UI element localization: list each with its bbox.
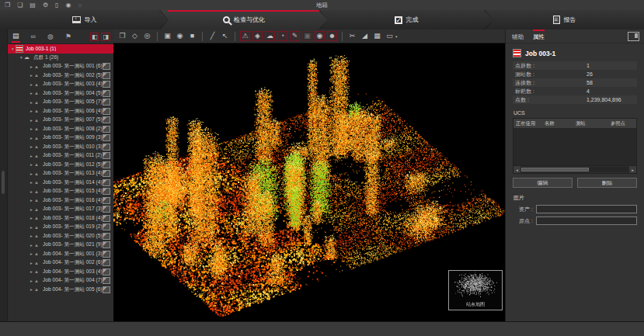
photo-thumbnail-icon[interactable] (103, 268, 110, 275)
expand-arrow-icon[interactable]: ▸ (29, 198, 34, 203)
expand-arrow-icon[interactable]: ▸ (29, 82, 34, 87)
cube-view-icon[interactable]: ■ (187, 31, 197, 41)
photo-thumbnail-icon[interactable] (103, 126, 110, 133)
photo-thumbnail-icon[interactable] (103, 206, 110, 213)
expand-arrow-icon[interactable]: ▸ (29, 64, 34, 69)
photo-thumbnail-icon[interactable] (103, 72, 110, 79)
tree-row-station[interactable]: ▸▲Job 003- 第一测站 010 (3) (8, 143, 113, 152)
scroll-left-icon[interactable]: ◂ (513, 166, 520, 173)
expand-arrow-icon[interactable]: ▸ (29, 287, 34, 292)
photo-thumbnail-icon[interactable] (103, 251, 110, 258)
expand-arrow-icon[interactable]: ▸ (29, 269, 34, 274)
photo-thumbnail-icon[interactable] (103, 179, 110, 186)
tree-row-station[interactable]: ▸▲Job 003- 第一测站 006 (4) (8, 107, 113, 116)
workflow-step-report[interactable]: 报告 (485, 10, 644, 29)
pick-point-icon[interactable]: ↖ (220, 31, 230, 41)
expand-arrow-icon[interactable]: ▸ (29, 144, 34, 149)
point-cloud-viewport[interactable]: 站点地图 (113, 43, 505, 321)
photo-thumbnail-icon[interactable] (103, 223, 110, 230)
expand-arrow-icon[interactable]: ▸ (29, 243, 34, 248)
expand-arrow-icon[interactable]: ▸ (29, 100, 34, 105)
asset-input[interactable] (536, 205, 637, 213)
expand-arrow-icon[interactable]: ▾ (10, 47, 16, 51)
expand-arrow-icon[interactable]: ▸ (29, 91, 34, 95)
measure-icon[interactable]: ╱ (207, 31, 218, 41)
tree-row-job-root[interactable]: ▾Job 003-1 (1) (8, 44, 113, 54)
scrollbar-track[interactable] (520, 167, 629, 172)
photo-thumbnail-icon[interactable] (103, 188, 110, 195)
tree-row-station[interactable]: ▸▲Job 003- 第一测站 018 (4) (8, 214, 113, 223)
filter-images-icon[interactable]: ◨ (101, 33, 110, 41)
photo-thumbnail-icon[interactable] (103, 152, 110, 159)
photo-thumbnail-icon[interactable] (103, 144, 110, 151)
expand-arrow-icon[interactable]: ▸ (29, 225, 34, 230)
expand-arrow-icon[interactable]: ▸ (29, 234, 34, 238)
resize-icon[interactable]: ◢ (360, 31, 370, 41)
expand-arrow-icon[interactable]: ▸ (29, 261, 34, 265)
tree-row-station[interactable]: ▸▲Job 003- 第一测站 020 (5) (8, 232, 113, 241)
filter-stations-icon[interactable]: ◧ (90, 33, 99, 41)
tree-row-station[interactable]: ▸▲Job 003- 第一测站 019 (2) (8, 223, 113, 232)
tree-row-station[interactable]: ▸▲Job 003- 第一测站 009 (3) (8, 133, 113, 143)
cut-icon[interactable]: ✂ (347, 31, 357, 41)
photo-thumbnail-icon[interactable] (103, 161, 110, 168)
workflow-step-finalize[interactable]: 完成 (319, 10, 493, 29)
expand-arrow-icon[interactable]: ▾ (19, 55, 24, 60)
expand-arrow-icon[interactable]: ▸ (29, 279, 34, 283)
photo-thumbnail-icon[interactable] (103, 108, 110, 115)
tree-row-station[interactable]: ▸▲Job 004- 第一测站 004 (7) (8, 276, 113, 286)
photo-thumbnail-icon[interactable] (103, 241, 110, 248)
ucs-table-body[interactable] (513, 128, 636, 165)
tree-row-station[interactable]: ▸▲Job 004- 第一测站 002 (6) (8, 258, 113, 268)
expand-arrow-icon[interactable]: ▸ (29, 136, 34, 140)
tree-row-station[interactable]: ▸▲Job 004- 第一测站 003 (4) (8, 268, 113, 277)
annotate-icon[interactable]: ✎ (290, 31, 300, 41)
viewpoint-icon[interactable]: ◇ (130, 31, 140, 41)
expand-arrow-icon[interactable]: ▸ (29, 180, 34, 185)
zoom-window-icon[interactable]: ◎ (142, 31, 152, 41)
point-render-icon[interactable]: ◉ (175, 31, 185, 41)
tree-row-station[interactable]: ▸▲Job 003- 第一测站 002 (5) (8, 71, 113, 81)
workflow-step-import[interactable]: 导入 (0, 10, 169, 29)
photo-thumbnail-icon[interactable] (103, 286, 110, 293)
geo-tab[interactable]: ◍ (47, 31, 54, 42)
expand-arrow-icon[interactable]: ▸ (29, 251, 34, 256)
ucs-scrollbar[interactable]: ◂ ▸ (513, 165, 636, 173)
tree-row-station[interactable]: ▸▲Job 003- 第一测站 007 (5) (8, 116, 113, 125)
tree-row-station[interactable]: ▸▲Job 003- 第一测站 012 (5) (8, 161, 113, 170)
tree-row-station[interactable]: ▸▲Job 003- 第一测站 008 (2) (8, 125, 113, 134)
collapsed-panel-strip[interactable] (0, 29, 8, 322)
person-pin-icon[interactable]: ☻ (327, 31, 337, 41)
warning-marker-icon[interactable]: ⚠ (240, 31, 250, 41)
tag-marker-icon[interactable]: ◈ (252, 31, 263, 41)
limit-box-icon[interactable]: ◔ (277, 31, 287, 41)
panel-layout-icon[interactable] (628, 32, 639, 41)
photo-thumbnail-icon[interactable] (103, 134, 110, 141)
tree-row-station[interactable]: ▸▲Job 003- 第一测站 005 (7) (8, 98, 113, 107)
cloud-marker-icon[interactable]: ☁ (265, 31, 275, 41)
expand-arrow-icon[interactable]: ▸ (29, 109, 34, 113)
photo-thumbnail-icon[interactable] (103, 197, 110, 204)
photo-thumbnail-icon[interactable] (103, 170, 110, 177)
photo-thumbnail-icon[interactable] (103, 116, 110, 123)
tree-row-station[interactable]: ▸▲Job 003- 第一测站 014 (4) (8, 178, 113, 188)
expand-arrow-icon[interactable]: ▸ (29, 171, 34, 176)
tree-row-station[interactable]: ▸▲Job 003- 第一测站 016 (4) (8, 196, 113, 206)
photo-thumbnail-icon[interactable] (103, 277, 110, 284)
tree-row-station[interactable]: ▸▲Job 003- 第一测站 001 (6) (8, 62, 113, 71)
expand-arrow-icon[interactable]: ▸ (29, 207, 34, 212)
display-mode-icon[interactable]: ▭ (385, 31, 395, 41)
duplicate-icon[interactable]: ❐ (117, 31, 127, 41)
point-cloud-canvas[interactable] (113, 43, 505, 321)
image-marker-icon[interactable]: ▣ (302, 31, 312, 41)
camera-icon[interactable]: ▣ (162, 31, 172, 41)
dropdown-caret-icon[interactable]: ▾ (395, 34, 398, 39)
tree-row-station[interactable]: ▸▲Job 004- 第一测站 001 (3) (8, 250, 113, 259)
location-pin-icon[interactable]: ◉ (315, 31, 325, 41)
workflow-step-review[interactable]: 检查与优化 (160, 10, 328, 29)
tab-properties[interactable]: 属性 (533, 29, 545, 43)
tree-row-station[interactable]: ▸▲Job 003- 第一测站 013 (4) (8, 169, 113, 178)
tree-row-station[interactable]: ▸▲Job 003- 第一测站 015 (4) (8, 187, 113, 196)
expand-arrow-icon[interactable]: ▸ (29, 73, 34, 78)
delete-button[interactable]: 删除 (577, 178, 637, 188)
